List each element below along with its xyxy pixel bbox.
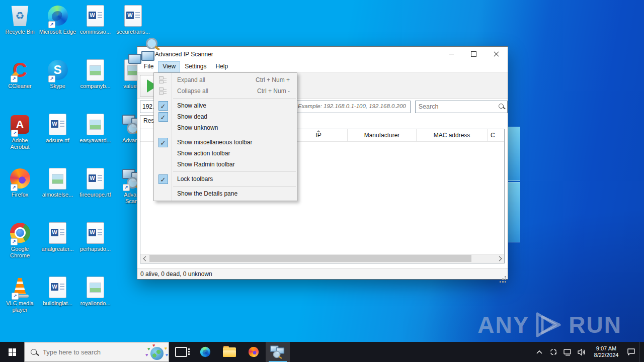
volume-icon[interactable]	[576, 342, 588, 362]
show-desktop-button[interactable]	[639, 342, 642, 362]
column-header-label: MAC address	[434, 132, 470, 139]
desktop-icon-label: almostelse...	[42, 192, 73, 198]
app-window-icon	[141, 50, 151, 59]
desktop-icon-buildinglat[interactable]: Wbuildinglat...	[39, 274, 76, 328]
desktop-icon-perhapsdo[interactable]: Wperhapsdo...	[77, 219, 114, 274]
menu-item-show-unknown[interactable]: Show unknown	[154, 122, 297, 133]
desktop-icon-commissio[interactable]: Wcommissio...	[77, 2, 114, 56]
scroll-right-arrow[interactable]	[496, 254, 504, 262]
checkmark-icon: ✓	[154, 173, 172, 185]
menu-item-show-radmin-toolbar[interactable]: Show Radmin toolbar	[154, 159, 297, 170]
taskbar-app-firefox[interactable]	[242, 342, 266, 362]
resize-grip[interactable]	[505, 276, 506, 278]
recycle-bin-icon: ♻	[11, 5, 30, 26]
wallpaper-window-pane	[506, 127, 520, 181]
minimize-button[interactable]	[440, 47, 462, 61]
taskbar-search-box[interactable]: ♥ ♥ ♥ ♥ ♥	[24, 342, 169, 362]
desktop-icon-label: commissio...	[80, 29, 111, 35]
network-icon[interactable]	[561, 342, 574, 362]
menu-gutter	[154, 122, 172, 133]
desktop-icon-recycle-bin[interactable]: ♻Recycle Bin	[2, 2, 39, 56]
tray-status-icon[interactable]	[547, 342, 559, 362]
menu-item-show-action-toolbar[interactable]: Show action toolbar	[154, 148, 297, 159]
column-header-label: Manufacturer	[364, 132, 400, 139]
desktop-icon-easyaward[interactable]: easyaward...	[77, 111, 114, 165]
column-header-c[interactable]: C	[488, 129, 504, 141]
hidden-icons-chevron[interactable]	[533, 342, 545, 362]
close-button[interactable]	[485, 47, 508, 61]
desktop-icon-label: Adobe Acrobat	[11, 137, 30, 150]
desktop-icon-vlc-media-player[interactable]: ↗VLC media player	[2, 274, 39, 328]
desktop-icon-firefox[interactable]: ↗Firefox	[2, 165, 39, 219]
menu-item-label: Show miscellaneous toolbar	[172, 139, 290, 146]
shortcut-arrow-badge: ↗	[48, 75, 55, 82]
search-field-wrap	[415, 101, 508, 113]
advanced-ip-scanner-window: Advanced IP Scanner FileViewSettingsHelp…	[137, 46, 508, 280]
checkmark-icon: ✓	[154, 100, 172, 111]
desktop-icon-microsoft-edge[interactable]: ↗Microsoft Edge	[39, 2, 76, 56]
taskbar-app-microsoft-edge[interactable]	[193, 342, 217, 362]
desktop-icon-label: Firefox	[12, 192, 29, 198]
taskbar-app-file-explorer[interactable]	[217, 342, 242, 362]
task-view-icon	[175, 347, 187, 357]
title-bar[interactable]: Advanced IP Scanner	[137, 47, 508, 61]
window-title: Advanced IP Scanner	[155, 51, 213, 58]
taskbar-search-input[interactable]	[42, 348, 124, 356]
desktop-icon-google-chrome[interactable]: ↗Google Chrome	[2, 219, 39, 274]
action-center-icon[interactable]	[625, 342, 637, 362]
desktop-icon-label: VLC media player	[6, 300, 33, 313]
menu-item-collapse-all[interactable]: Collapse allCtrl + Num -	[154, 85, 297, 97]
menu-item-show-alive[interactable]: ✓Show alive	[154, 100, 297, 111]
word-document-icon: W	[87, 168, 104, 190]
desktop-icon-companyb[interactable]: companyb...	[77, 56, 114, 111]
word-document-icon: W	[49, 114, 66, 135]
scrollbar-thumb[interactable]	[149, 255, 471, 262]
desktop-icon-skype[interactable]: S↗Skype	[39, 56, 76, 111]
menu-item-lock-toolbars[interactable]: ✓Lock toolbars	[154, 173, 297, 185]
menu-item-show-dead[interactable]: ✓Show dead	[154, 111, 297, 122]
checkmark-icon: ✓	[154, 137, 172, 148]
taskbar: ♥ ♥ ♥ ♥ ♥ 9:07 AM 8/22/2024	[0, 342, 644, 362]
firefox-icon	[249, 347, 259, 357]
menu-file[interactable]: File	[139, 61, 158, 72]
horizontal-scrollbar[interactable]	[140, 254, 504, 263]
shortcut-arrow-badge: ↗	[123, 184, 130, 191]
maximize-button[interactable]	[462, 47, 485, 61]
heart-icon: ♥	[166, 353, 168, 357]
menu-view[interactable]: View	[158, 61, 180, 72]
menu-item-expand-all[interactable]: Expand allCtrl + Num +	[154, 74, 297, 85]
desktop-icon-label: perhapsdo...	[80, 246, 111, 252]
menu-item-label: Show unknown	[172, 124, 290, 131]
desktop-icon-analgreater[interactable]: Wanalgreater...	[39, 219, 76, 274]
desktop-icon-adsure-rtf[interactable]: Wadsure.rtf	[39, 111, 76, 165]
desktop-icon-ccleaner[interactable]: C↗CCleaner	[2, 56, 39, 111]
column-header-ip[interactable]: IP	[290, 129, 348, 141]
search-icon	[31, 349, 37, 355]
shortcut-arrow-badge: ↗	[11, 184, 18, 191]
taskbar-app-advanced-ip-scanner[interactable]	[266, 342, 290, 362]
start-button[interactable]	[0, 342, 24, 362]
taskbar-app-task-view[interactable]	[169, 342, 193, 362]
desktop-icon-label: CCleaner	[8, 83, 31, 89]
scroll-left-arrow[interactable]	[140, 254, 149, 262]
search-input[interactable]	[416, 101, 507, 113]
desktop-icon-royallondo[interactable]: royallondo...	[77, 274, 114, 328]
menu-separator	[173, 186, 296, 187]
desktop-icon-label: securetrans...	[116, 29, 150, 35]
column-header-label: IP	[315, 132, 321, 139]
clock-time: 9:07 AM	[590, 345, 623, 352]
desktop-icon-label: Skype	[50, 83, 65, 89]
clock-date: 8/22/2024	[590, 352, 623, 358]
desktop-icon-adobe-acrobat[interactable]: A↗Adobe Acrobat	[2, 111, 39, 165]
menu-help[interactable]: Help	[211, 61, 233, 72]
menu-item-show-miscellaneous-toolbar[interactable]: ✓Show miscellaneous toolbar	[154, 137, 297, 148]
column-header-mac-address[interactable]: MAC address	[417, 129, 488, 141]
column-header-manufacturer[interactable]: Manufacturer	[348, 129, 417, 141]
taskbar-clock[interactable]: 9:07 AM 8/22/2024	[590, 345, 623, 358]
anyrun-play-icon	[533, 311, 565, 339]
desktop-icon-fireeurope-rtf[interactable]: Wfireeurope.rtf	[77, 165, 114, 219]
desktop-icon-label: royallondo...	[80, 300, 111, 307]
menu-item-show-the-details-pane[interactable]: Show the Details pane	[154, 188, 297, 199]
menu-settings[interactable]: Settings	[180, 61, 211, 72]
desktop-icon-almostelse[interactable]: almostelse...	[39, 165, 76, 219]
